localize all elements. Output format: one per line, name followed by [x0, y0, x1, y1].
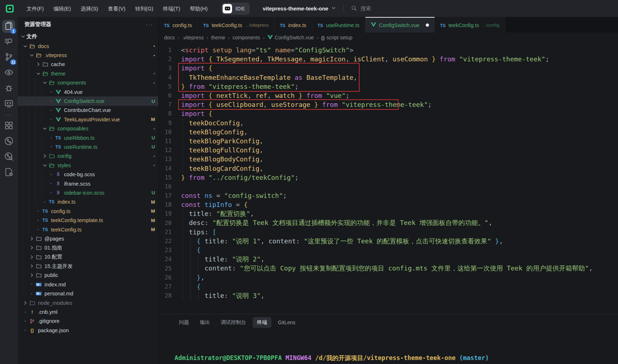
tree-item-styles[interactable]: styles● — [18, 161, 158, 170]
global-search[interactable]: 搜索 — [351, 5, 371, 12]
tree-item-label: node_modules — [38, 300, 72, 306]
breadcrumb-item-script setup[interactable]: {}script setup — [321, 35, 352, 40]
tab-config.ts[interactable]: TSconfig.ts — [159, 17, 198, 32]
tree-item-teekConfig.template.ts[interactable]: •TSteekConfig.template.tsM — [18, 216, 158, 225]
ide-badge[interactable]: IDE — [221, 3, 250, 15]
tree-item-config[interactable]: config● — [18, 152, 158, 161]
activity-file-gear-button[interactable] — [2, 166, 15, 179]
menu-help[interactable]: 帮助(H) — [185, 3, 213, 14]
git-status-badge: ● — [153, 44, 155, 48]
menu-file[interactable]: 文件(F) — [22, 3, 49, 14]
tree-item-components[interactable]: components● — [18, 78, 158, 87]
line-number: 20 — [159, 220, 172, 226]
breadcrumb-item-.vitepress[interactable]: .vitepress — [182, 35, 204, 40]
project-selector[interactable]: vitepress-theme-teek-one — [263, 5, 336, 12]
indent-guide — [183, 155, 183, 164]
tree-item-docs[interactable]: docs● — [18, 42, 158, 51]
tree-indent-guide — [22, 124, 29, 133]
menu-view[interactable]: 查看(V) — [103, 3, 130, 14]
tree-item-.cnb.yml[interactable]: •!.cnb.yml — [18, 307, 158, 316]
tree-item-ContributeChart.vue[interactable]: •ContributeChart.vue — [18, 106, 158, 115]
activity-screen-code-button[interactable] — [2, 98, 15, 110]
file-tree: docs●.vitepress●cachetheme●components●•4… — [18, 42, 158, 364]
tab-useRuntime.ts[interactable]: TSuseRuntime.ts — [312, 17, 365, 32]
tree-item-useRuntime.ts[interactable]: •TSuseRuntime.tsU — [18, 142, 158, 151]
tree-item-index.md[interactable]: •M↓index.md — [18, 280, 158, 289]
breadcrumb-item-components[interactable]: components — [232, 35, 260, 40]
activity-grid-button[interactable] — [2, 120, 15, 133]
terminal-prompt-segment: MINGW64 — [282, 354, 312, 361]
tree-item-useRibbon.ts[interactable]: •TSuseRibbon.tsU — [18, 133, 158, 142]
tab-teekConfig.ts[interactable]: TSteekConfig.ts...\vitepress — [198, 17, 274, 32]
sidebar-more-actions-button[interactable]: ··· — [146, 21, 153, 27]
activity-debug-button[interactable] — [2, 82, 15, 95]
code-text: import { TkSegmented, TkMessage, magicIc… — [181, 55, 549, 63]
tree-indent-guide — [42, 115, 48, 124]
tab-ConfigSwitch.vue[interactable]: ConfigSwitch.vue — [365, 17, 435, 32]
folder-icon — [35, 272, 42, 278]
breadcrumb-item-ConfigSwitch.vue[interactable]: ConfigSwitch.vue — [267, 35, 314, 41]
tree-item-theme[interactable]: theme● — [18, 69, 158, 78]
code-editor[interactable]: 1<script setup lang="ts" name="ConfigSwi… — [159, 43, 618, 314]
code-line-26: 26 }, — [159, 273, 618, 282]
menu-terminal[interactable]: 终端(T) — [158, 3, 185, 14]
file-dot-icon: • — [22, 327, 28, 333]
breadcrumb-item-theme[interactable]: theme — [211, 35, 225, 40]
menu-edit[interactable]: 编辑(E) — [49, 3, 76, 14]
activity-files-button[interactable]: 1 — [2, 20, 15, 33]
indent-guide — [190, 237, 191, 246]
panel-tab-终端[interactable]: 终端 — [253, 317, 271, 328]
tree-item-10.配置[interactable]: 10.配置 — [18, 252, 158, 261]
git-search-icon — [4, 152, 13, 162]
tree-indent-guide — [29, 216, 35, 225]
tree-item-label: code-bg.scss — [64, 172, 95, 177]
tree-item-composables[interactable]: composables● — [18, 124, 158, 133]
section-files[interactable]: 文件 — [18, 31, 158, 42]
tree-item-index.ts[interactable]: •TSindex.tsM — [18, 198, 158, 207]
tree-item-teekConfig.ts[interactable]: •TSteekConfig.tsM — [18, 225, 158, 234]
tab-teekConfig.ts[interactable]: TSteekConfig.ts...\config — [435, 17, 505, 32]
tree-item-TeekLayoutProvider.vue[interactable]: •TeekLayoutProvider.vueM — [18, 115, 158, 124]
activity-git-graph-button[interactable] — [2, 135, 15, 148]
tree-item-15.主题开发[interactable]: 15.主题开发 — [18, 261, 158, 270]
activity-search-button[interactable] — [2, 35, 15, 48]
breadcrumb-item-docs[interactable]: docs — [164, 35, 175, 40]
tree-item-config.ts[interactable]: •TSconfig.tsM — [18, 207, 158, 216]
panel-tab-调试控制台[interactable]: 调试控制台 — [216, 317, 250, 328]
panel-tab-问题[interactable]: 问题 — [175, 317, 193, 328]
tree-item-cache[interactable]: cache — [18, 60, 158, 69]
line-number: 18 — [159, 201, 172, 208]
indent-guide — [198, 255, 198, 264]
terminal-prompt[interactable]: Administrator@DESKTOP-7PB0PFA MINGW64 /d… — [175, 354, 618, 364]
tree-item-.gitignore[interactable]: •.gitignore — [18, 317, 158, 326]
tree-item-01.指南[interactable]: 01.指南 — [18, 243, 158, 252]
tree-item-ConfigSwitch.vue[interactable]: •ConfigSwitch.vueU — [18, 96, 158, 105]
tree-item-public[interactable]: public — [18, 271, 158, 280]
line-number: 2 — [159, 56, 172, 62]
tab-index.ts[interactable]: TSindex.ts — [274, 17, 312, 32]
file-dot-icon: • — [22, 309, 28, 315]
tree-item-personal.md[interactable]: •M↓personal.md — [18, 289, 158, 298]
menu-go[interactable]: 转到(G) — [130, 3, 158, 14]
activity-eye-button[interactable] — [2, 66, 15, 79]
line-number: 9 — [159, 120, 172, 126]
tree-item-iframe.scss[interactable]: •Siframe.scss — [18, 179, 158, 188]
tree-item-.vitepress[interactable]: .vitepress● — [18, 51, 158, 60]
breadcrumb-separator-icon: › — [178, 35, 179, 40]
ts-icon: TS — [42, 217, 49, 224]
tree-item-code-bg.scss[interactable]: •Scode-bg.scss — [18, 170, 158, 179]
panel-tab-输出[interactable]: 输出 — [196, 317, 214, 328]
panel-tab-GitLens[interactable]: GitLens — [274, 317, 300, 328]
tree-item-package.json[interactable]: •{}package.json — [18, 326, 158, 335]
tree-indent-guide — [22, 69, 29, 78]
activity-source-control-button[interactable]: 11 — [2, 51, 15, 64]
tree-item-404.vue[interactable]: •404.vue — [18, 87, 158, 96]
tree-item-sidebar-icon.scss[interactable]: •Ssidebar-icon.scssU — [18, 188, 158, 197]
activity-git-search-button[interactable] — [2, 151, 15, 164]
app-logo-icon — [6, 5, 14, 13]
code-line-25: 25 content: "您可以点击 Copy 按钮来复制配置项到您的项目 co… — [159, 264, 618, 273]
tree-item-node_modules[interactable]: node_modules — [18, 298, 158, 307]
tree-item-label: 404.vue — [64, 89, 83, 95]
tree-item-@pages[interactable]: @pages — [18, 234, 158, 243]
menu-selection[interactable]: 选择(S) — [76, 3, 103, 14]
